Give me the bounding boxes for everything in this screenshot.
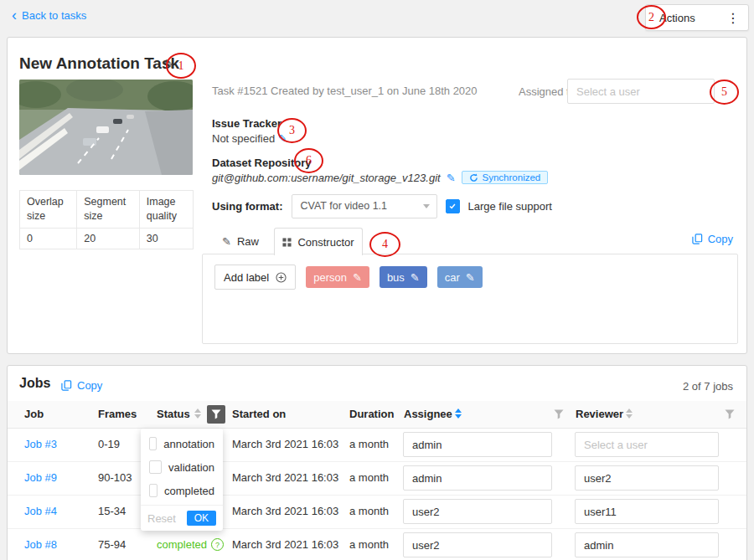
reviewer-sort-icon[interactable] [626,408,633,419]
started-cell: March 3rd 2021 16:03 [232,438,338,450]
col-job: Job [24,408,44,420]
filter-option-completed[interactable]: completed [141,479,223,502]
label-chip-car[interactable]: car ✎ [437,266,483,288]
issue-tracker-value: Not specified ✎ [212,132,287,145]
callout-6: 6 [294,148,323,173]
reviewer-filter-icon[interactable] [725,409,735,422]
callout-4: 4 [369,232,400,257]
assignee-select[interactable] [403,499,552,524]
job-link[interactable]: Job #9 [24,471,57,484]
task-params-table: Overlap size Segment size Image quality … [19,190,194,249]
jobs-table-header: Job Frames Status Started on Duration As… [8,401,746,429]
chevron-down-icon [423,204,430,208]
copy-icon [61,380,72,391]
started-cell: March 3rd 2021 16:03 [232,538,338,551]
format-select[interactable]: CVAT for video 1.1 [292,194,437,218]
question-circle-icon[interactable]: ? [211,538,224,551]
param-header: Segment size [77,191,140,229]
edit-label-icon[interactable]: ✎ [353,271,362,284]
copy-labels-button[interactable]: Copy [692,233,733,245]
started-cell: March 3rd 2021 16:03 [232,505,338,517]
reviewer-select[interactable] [575,432,719,457]
col-assignee[interactable]: Assignee [404,408,452,420]
callout-5: 5 [710,80,739,105]
copy-jobs-button[interactable]: Copy [61,379,102,392]
page-title: New Annotation Task [19,54,179,73]
frames-cell: 75-94 [98,538,126,551]
assignee-select[interactable] [567,79,715,104]
assignee-filter-icon[interactable] [554,409,564,422]
duration-cell: a month [349,471,389,484]
frames-cell: 0-19 [98,438,120,450]
param-header: Overlap size [20,191,77,229]
task-meta: Task #1521 Created by test_user_1 on Jun… [212,85,478,97]
task-preview-image [19,80,193,175]
table-row: Job #3 0-19 March 3rd 2021 16:03 a month [8,428,746,462]
edit-label-icon[interactable]: ✎ [411,271,420,284]
col-reviewer[interactable]: Reviewer [576,408,623,420]
tab-raw[interactable]: ✎ Raw [214,229,267,254]
ok-button[interactable]: OK [187,511,216,526]
road-scene-image [19,80,193,175]
reset-button[interactable]: Reset [147,512,176,525]
status-filter-icon[interactable] [207,405,225,424]
tab-constructor[interactable]: Constructor [274,228,363,255]
format-select-value: CVAT for video 1.1 [301,200,388,212]
duration-cell: a month [349,505,389,517]
status-sort-icon[interactable] [194,408,201,419]
frames-cell: 90-103 [98,471,132,484]
duration-cell: a month [349,538,389,551]
checkbox[interactable] [149,460,162,474]
col-status[interactable]: Status [157,408,190,420]
plus-circle-icon [276,272,287,283]
copy-icon [692,234,703,244]
duration-cell: a month [349,438,389,450]
filter-option-annotation[interactable]: annotation [141,432,223,455]
dataset-repository-value: git@github.com:username/git_storage_v123… [212,172,441,184]
filter-footer: Reset OK [141,505,223,531]
reviewer-select[interactable] [575,532,719,557]
using-format-label: Using format: [212,200,283,213]
back-to-tasks-link[interactable]: ‹ Back to tasks [12,9,86,22]
dataset-repository-row: git@github.com:username/git_storage_v123… [212,171,548,184]
more-menu-icon[interactable]: ⋮ [725,10,741,26]
job-link[interactable]: Job #8 [24,538,57,551]
filter-option-validation[interactable]: validation [141,455,223,479]
assignee-sort-icon[interactable] [455,408,462,419]
param-header: Image quality [139,191,193,229]
table-row: Job #9 90-103 March 3rd 2021 16:03 a mon… [8,461,746,496]
col-started: Started on [232,408,286,420]
checkbox[interactable] [149,484,158,497]
assignee-select[interactable] [403,465,552,491]
cvat-task-page: ‹ Back to tasks Actions ⋮ New Annotation… [0,0,754,560]
labels-constructor-panel: Add label person ✎ bus ✎ car ✎ [202,254,738,344]
back-to-tasks-label: Back to tasks [22,9,86,22]
param-value: 0 [20,228,77,249]
started-cell: March 3rd 2021 16:03 [232,471,338,484]
assignee-select[interactable] [403,532,552,557]
add-label-button[interactable]: Add label [214,265,296,290]
reviewer-select[interactable] [575,499,719,524]
format-row: Using format: CVAT for video 1.1 Large f… [212,193,552,218]
job-link[interactable]: Job #4 [24,505,57,517]
edit-label-icon[interactable]: ✎ [466,271,475,284]
label-chip-person[interactable]: person ✎ [306,266,369,288]
callout-2: 2 [637,5,666,29]
constructor-icon [282,238,292,247]
edit-repository-icon[interactable]: ✎ [447,172,456,184]
param-value: 30 [139,228,193,249]
assignee-select[interactable] [403,432,552,457]
table-row: Job #4 15-34 March 3rd 2021 16:03 a mont… [8,495,746,529]
job-link[interactable]: Job #3 [24,438,57,450]
label-chip-bus[interactable]: bus ✎ [380,266,427,288]
pencil-icon: ✎ [222,235,231,248]
checkbox[interactable] [149,437,157,450]
large-file-checkbox[interactable] [446,199,460,213]
issue-tracker-label: Issue Tracker [212,117,281,130]
synchronized-badge[interactable]: Synchronized [462,171,549,184]
large-file-label: Large file support [468,200,552,213]
jobs-count: 2 of 7 jobs [683,380,733,393]
chevron-left-icon: ‹ [12,9,17,21]
task-details-card: New Annotation Task ✎ [7,37,747,354]
reviewer-select[interactable] [575,465,719,491]
